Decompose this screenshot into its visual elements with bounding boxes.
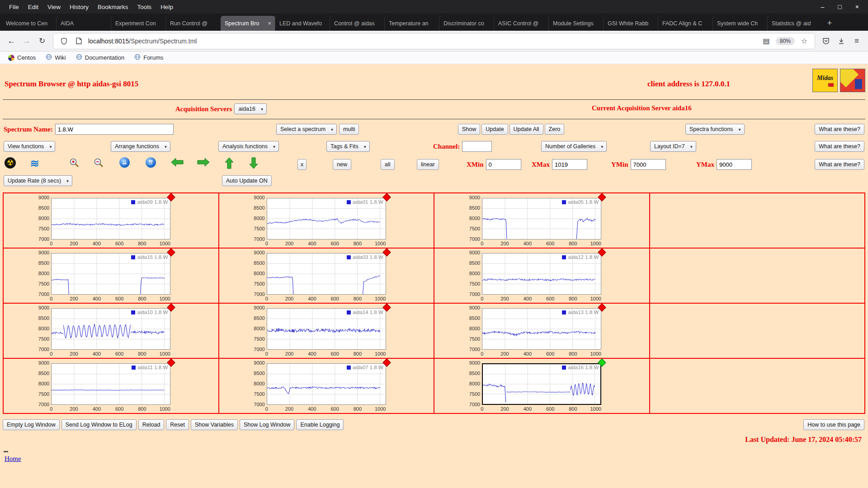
menu-item-file[interactable]: File [5,2,24,12]
zero-button[interactable]: Zero [545,124,565,135]
analysis-functions-dropdown[interactable]: Analysis functions▾ [218,141,279,152]
url-bar[interactable]: localhost:8015/Spectrum/Spectrum.tml ▤ 8… [53,33,815,49]
spectrum-chart[interactable]: 9000850080007500700002004006008001000aid… [482,198,601,239]
tags-fits-dropdown[interactable]: Tags & Fits▾ [326,141,370,152]
url-text[interactable]: localhost:8015/Spectrum/Spectrum.tml [88,38,757,45]
browser-tab[interactable]: Welcome to Cen [2,16,57,31]
xmax-input[interactable] [552,159,587,170]
forward-icon[interactable]: → [20,34,33,48]
x-button[interactable]: x [297,159,307,170]
green-arrow-down-icon[interactable] [249,157,259,169]
bookmark-item[interactable]: Documentation [72,53,128,62]
new-button[interactable]: new [333,159,351,170]
radiation-icon[interactable]: ☢ [5,157,16,169]
spectrum-chart[interactable]: 9000850080007500700002004006008001000aid… [267,363,386,405]
xmin-input[interactable] [486,159,521,170]
menu-item-edit[interactable]: Edit [24,2,43,12]
spectrum-chart[interactable]: 9000850080007500700002004006008001000aid… [267,198,386,239]
spectrum-chart[interactable]: 9000850080007500700002004006008001000aid… [51,253,170,295]
footer-button-reset[interactable]: Reset [166,419,189,430]
browser-tab[interactable]: FADC Align & C [658,16,713,31]
spectrum-chart[interactable]: 9000850080007500700002004006008001000aid… [51,308,170,350]
browser-tab[interactable]: Run Control @ [166,16,221,31]
menu-item-bookmarks[interactable]: Bookmarks [93,2,133,12]
spectrum-chart[interactable]: 9000850080007500700002004006008001000aid… [51,363,170,405]
footer-button-reload[interactable]: Reload [138,419,165,430]
browser-tab[interactable]: System wide Ch [713,16,768,31]
multi-button[interactable]: multi [339,124,359,135]
blue-ball-up-icon[interactable]: ⇈ [146,157,156,168]
number-of-galleries-dropdown[interactable]: Number of Galleries▾ [541,141,607,152]
downloads-icon[interactable] [835,34,848,48]
browser-tab[interactable]: ASIC Control @ [494,16,549,31]
new-tab-button[interactable]: + [822,16,837,31]
linear-button[interactable]: linear [417,159,439,170]
bookmark-star-icon[interactable]: ☆ [799,36,810,47]
home-link[interactable]: Home [5,455,21,463]
maximize-icon[interactable]: □ [838,3,841,10]
spectrum-chart[interactable]: 9000850080007500700002004006008001000aid… [267,308,386,350]
menu-item-tools[interactable]: Tools [133,2,156,12]
green-arrow-up-icon[interactable] [224,157,234,169]
page-info-icon[interactable] [73,36,84,47]
close-icon[interactable]: × [855,3,859,10]
spectrum-chart[interactable]: 9000850080007500700002004006008001000aid… [267,253,386,295]
update-rate-dropdown[interactable]: Update Rate (8 secs)▾ [4,175,72,186]
footer-button-show-log-window[interactable]: Show Log Window [240,419,295,430]
green-arrow-right-icon[interactable] [197,157,210,167]
layout-id-dropdown[interactable]: Layout ID=7▾ [650,141,696,152]
footer-button-send-log-window-to-elog[interactable]: Send Log Window to ELog [61,419,137,430]
menu-item-view[interactable]: View [43,2,65,12]
spectrum-chart[interactable]: 9000850080007500700002004006008001000aid… [51,198,170,239]
select-spectrum-dropdown[interactable]: Select a spectrum▾ [276,124,337,135]
menu-item-history[interactable]: History [65,2,93,12]
acquisition-server-select[interactable]: aida16▾ [234,103,267,114]
browser-tab[interactable]: Module Settings [549,16,604,31]
spectrum-chart[interactable]: 9000850080007500700002004006008001000aid… [482,308,601,350]
tracking-shield-icon[interactable] [58,36,69,47]
water-refresh-icon[interactable]: ≋ [29,157,40,169]
footer-button-empty-log-window[interactable]: Empty Log Window [3,419,60,430]
reader-mode-icon[interactable]: ▤ [761,36,772,47]
how-to-use-button[interactable]: How to use this page [803,419,864,430]
what-are-these-button[interactable]: What are these? [815,159,864,170]
browser-tab[interactable]: GSI White Rabb [604,16,658,31]
browser-tab[interactable]: AIDA [57,16,111,31]
show-button[interactable]: Show [458,124,480,135]
back-icon[interactable]: ← [5,34,18,48]
spectrum-chart[interactable]: 9000850080007500700002004006008001000aid… [482,363,601,405]
zoom-badge[interactable]: 80% [776,37,795,45]
tab-close-icon[interactable]: × [268,20,271,27]
bookmark-item[interactable]: Wiki [42,53,70,62]
app-menu-icon[interactable]: ≡ [850,34,863,48]
update-button[interactable]: Update [481,124,508,135]
blue-ball-down-icon[interactable]: ⇊ [119,157,130,168]
zoom-out-icon[interactable] [93,157,104,168]
minimize-icon[interactable]: – [821,3,825,10]
arrange-functions-dropdown[interactable]: Arrange functions▾ [111,141,170,152]
spectra-functions-dropdown[interactable]: Spectra functions▾ [685,124,745,135]
reload-icon[interactable]: ↻ [35,34,49,48]
browser-tab[interactable]: Temperature an [385,16,439,31]
view-functions-dropdown[interactable]: View functions▾ [4,141,55,152]
footer-button-enable-logging[interactable]: Enable Logging [296,419,344,430]
browser-tab[interactable]: Spectrum Bro× [221,16,275,31]
browser-tab[interactable]: Discriminator co [439,16,494,31]
what-are-these-button[interactable]: What are these? [815,124,864,135]
bookmark-item[interactable]: Forums [131,53,167,62]
pocket-icon[interactable] [819,34,833,48]
spectrum-name-input[interactable] [55,124,174,135]
what-are-these-button[interactable]: What are these? [815,141,864,152]
green-arrow-left-icon[interactable] [171,157,184,167]
bookmark-item[interactable]: Centos [5,53,39,62]
all-button[interactable]: all [381,159,395,170]
footer-button-show-variables[interactable]: Show Variables [191,419,238,430]
ymin-input[interactable] [631,159,666,170]
ymax-input[interactable] [717,159,752,170]
zoom-in-icon[interactable] [69,157,80,168]
auto-update-button[interactable]: Auto Update ON [222,175,272,186]
browser-tab[interactable]: Statistics @ aid [768,16,822,31]
browser-tab[interactable]: Control @ aidas [330,16,385,31]
browser-tab[interactable]: Experiment Con [111,16,166,31]
menu-item-help[interactable]: Help [156,2,178,12]
